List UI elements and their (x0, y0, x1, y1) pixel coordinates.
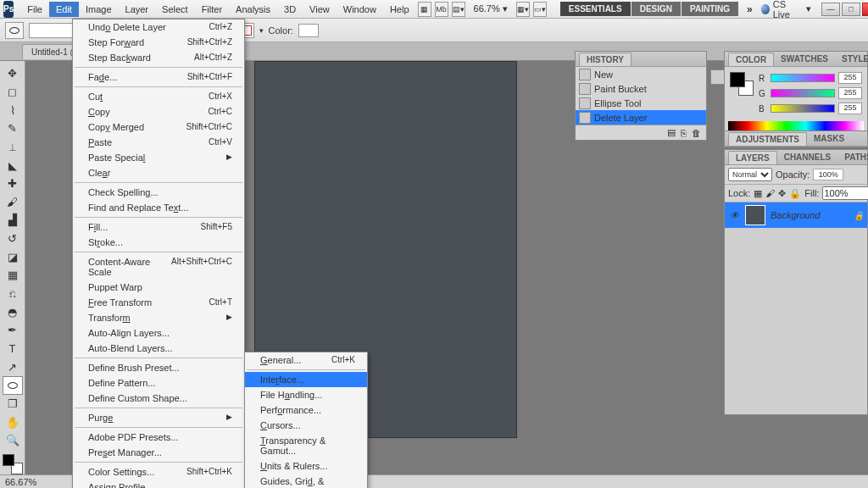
tool-marquee[interactable]: ◻ (3, 83, 23, 102)
zoom-level[interactable]: 66.7% ▾ (469, 3, 513, 14)
lock-position-icon[interactable]: ✥ (778, 188, 786, 199)
menu-item[interactable]: Fill...Shift+F5 (73, 219, 244, 235)
tool-move[interactable]: ✥ (3, 64, 23, 83)
tool-path[interactable]: ↗ (3, 358, 23, 376)
tool-pen[interactable]: ✒ (3, 321, 23, 340)
menu-item[interactable]: Preset Manager... (73, 445, 244, 460)
view-extras-icon[interactable]: ▤▾ (452, 2, 465, 17)
tool-eraser[interactable]: ◪ (3, 247, 23, 266)
tab-masks[interactable]: MASKS (807, 132, 851, 145)
lock-all-icon[interactable]: 🔒 (789, 188, 801, 199)
workspace-tab-essentials[interactable]: ESSENTIALS (560, 2, 631, 16)
menu-item[interactable]: Color Settings...Shift+Ctrl+K (73, 464, 244, 480)
lock-transparency-icon[interactable]: ▦ (754, 188, 762, 199)
channel-slider-g[interactable] (771, 89, 835, 97)
tool-crop[interactable]: ⟂ (3, 138, 23, 157)
screen-mode-icon[interactable]: ▭▾ (533, 2, 547, 17)
menu-item[interactable]: Define Pattern... (73, 375, 244, 391)
submenu-item[interactable]: Performance... (245, 402, 367, 418)
tool-history-brush[interactable]: ↺ (3, 230, 23, 248)
history-new-icon[interactable]: ⎘ (681, 128, 687, 138)
menu-item[interactable]: Undo Delete LayerCtrl+Z (73, 19, 244, 35)
menu-analysis[interactable]: Analysis (229, 2, 277, 17)
tool-3d[interactable]: ❐ (3, 395, 23, 413)
launch-minibridge-icon[interactable]: Mb (435, 2, 448, 17)
tab-history[interactable]: HISTORY (579, 53, 632, 66)
tool-brush[interactable]: 🖌 (3, 192, 23, 211)
submenu-item[interactable]: General...Ctrl+K (245, 352, 367, 368)
tool-stamp[interactable]: ▟ (3, 211, 23, 230)
menu-item[interactable]: Assign Profile... (73, 480, 244, 488)
menu-item[interactable]: Purge▶ (73, 410, 244, 425)
menu-edit[interactable]: Edit (49, 2, 79, 17)
foreground-background-colors[interactable] (3, 454, 23, 474)
tool-hand[interactable]: ✋ (3, 413, 23, 431)
color-swatch[interactable] (298, 24, 319, 37)
tool-healing[interactable]: ✚ (3, 175, 23, 193)
layer-row[interactable]: 👁 Background 🔒 (725, 202, 867, 228)
history-snapshot-icon[interactable]: ▤ (667, 127, 676, 138)
tool-dodge[interactable]: ◓ (3, 302, 23, 321)
tool-quick-select[interactable]: ✎ (3, 119, 23, 138)
tool-gradient[interactable]: ▦ (3, 266, 23, 285)
menu-item[interactable]: Define Brush Preset... (73, 360, 244, 375)
arrange-docs-icon[interactable]: ▦▾ (516, 2, 530, 17)
opacity-input[interactable] (813, 169, 843, 180)
history-item[interactable]: Ellipse Tool (576, 96, 706, 110)
submenu-item[interactable]: Interface... (245, 372, 367, 387)
history-item[interactable]: New (576, 67, 706, 81)
tool-shape[interactable] (3, 376, 23, 395)
tool-blur[interactable]: ⎌ (3, 285, 23, 303)
tab-color[interactable]: COLOR (728, 53, 774, 66)
channel-value[interactable]: 255 (838, 72, 862, 84)
channel-value[interactable]: 255 (838, 103, 862, 114)
channel-slider-r[interactable] (771, 74, 835, 82)
tool-eyedropper[interactable]: ◣ (3, 156, 23, 175)
tool-lasso[interactable]: ⌇ (3, 101, 23, 119)
visibility-icon[interactable]: 👁 (728, 209, 740, 221)
workspace-tab-painting[interactable]: PAINTING (682, 2, 738, 16)
tool-zoom[interactable]: 🔍 (3, 431, 23, 450)
menu-item[interactable]: PasteCtrl+V (73, 135, 244, 150)
tab-paths[interactable]: PATHS (837, 151, 868, 164)
tab-layers[interactable]: LAYERS (728, 151, 777, 164)
close-button[interactable]: ✕ (862, 3, 868, 16)
cslive-button[interactable]: CS Live ▾ (761, 0, 811, 19)
menu-item[interactable]: Paste Special▶ (73, 150, 244, 165)
tab-adjustments[interactable]: ADJUSTMENTS (728, 132, 807, 146)
minimize-button[interactable]: — (821, 3, 840, 16)
history-item[interactable]: Paint Bucket (576, 81, 706, 96)
history-delete-icon[interactable]: 🗑 (692, 128, 701, 138)
workspace-tab-design[interactable]: DESIGN (632, 2, 681, 16)
menu-3d[interactable]: 3D (277, 2, 303, 17)
tab-swatches[interactable]: SWATCHES (774, 53, 835, 65)
menu-select[interactable]: Select (155, 2, 195, 17)
current-tool-preset[interactable] (5, 22, 24, 39)
submenu-item[interactable]: Units & Rulers... (245, 458, 367, 474)
tab-styles[interactable]: STYLES (835, 53, 868, 65)
launch-bridge-icon[interactable]: ▦ (418, 2, 431, 17)
menu-view[interactable]: View (303, 2, 337, 17)
menu-window[interactable]: Window (337, 2, 383, 17)
menu-item[interactable]: Step BackwardAlt+Ctrl+Z (73, 50, 244, 65)
brush-preset-picker[interactable] (29, 23, 76, 38)
lock-pixels-icon[interactable]: 🖌 (765, 188, 775, 198)
blend-mode-select[interactable]: Normal (728, 168, 772, 181)
channel-slider-b[interactable] (771, 104, 835, 113)
menu-help[interactable]: Help (383, 2, 416, 17)
status-zoom[interactable]: 66.67% (5, 477, 36, 487)
submenu-item[interactable]: Cursors... (245, 418, 367, 433)
more-workspaces-icon[interactable]: » (742, 3, 758, 15)
submenu-item[interactable]: Guides, Grid, & Slices... (245, 474, 367, 488)
channel-value[interactable]: 255 (838, 87, 862, 99)
menu-image[interactable]: Image (79, 2, 119, 17)
submenu-item[interactable]: Transparency & Gamut... (245, 433, 367, 458)
fill-input[interactable] (822, 186, 868, 200)
history-item[interactable]: Delete Layer (576, 110, 706, 125)
tool-type[interactable]: T (3, 340, 23, 358)
menu-filter[interactable]: Filter (195, 2, 229, 17)
tab-channels[interactable]: CHANNELS (777, 151, 838, 164)
menu-item[interactable]: Adobe PDF Presets... (73, 430, 244, 445)
color-fgbg-swatch[interactable] (730, 72, 754, 96)
submenu-item[interactable]: File Handling... (245, 387, 367, 402)
